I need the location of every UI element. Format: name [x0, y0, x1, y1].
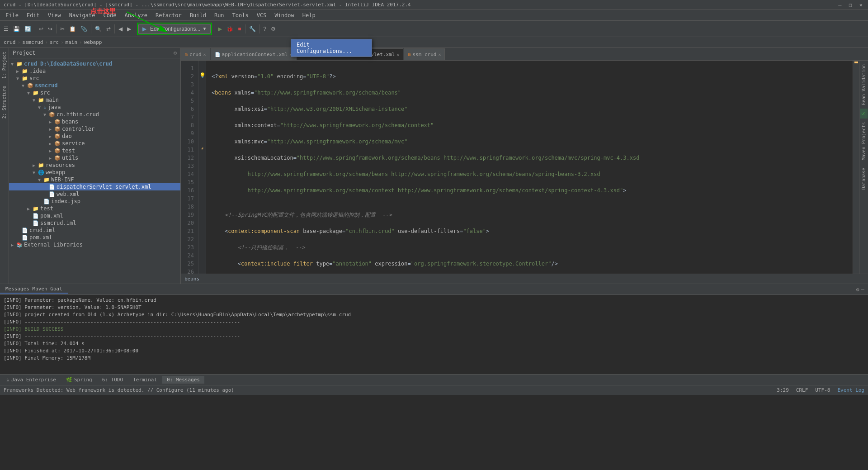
toolbar-sync-btn[interactable]: 🔄 [23, 25, 33, 33]
tree-item-src-root[interactable]: ▼ 📁 src [9, 75, 180, 82]
menu-edit[interactable]: Edit [23, 11, 43, 19]
toolbar-find-btn[interactable]: 🔍 [93, 25, 104, 33]
menu-vcs[interactable]: VCS [253, 11, 270, 19]
bottom-tool-tabs: ☕ Java Enterprise 🌿 Spring 6: TODO Termi… [0, 374, 868, 385]
tree-item-crud-iml[interactable]: ▶ 📄 crud.iml [9, 227, 180, 234]
breadcrumb-main[interactable]: main [66, 39, 78, 45]
toolbar-settings-btn[interactable]: ⚙ [269, 25, 278, 33]
code-line-10: <!--SpringMVC的配置文件，包含网站跳转逻辑的控制，配置 --> [212, 211, 847, 219]
menu-refactor[interactable]: Refactor [152, 11, 185, 19]
bottom-minimize-icon[interactable]: — [861, 286, 864, 293]
event-log[interactable]: Event Log [837, 387, 864, 393]
menu-navigate[interactable]: Navigate [66, 11, 99, 19]
breadcrumb-src[interactable]: src [50, 39, 59, 45]
java-enterprise-label: Java Enterprise [11, 377, 56, 383]
tree-item-resources[interactable]: ▶ 📁 resources [9, 161, 180, 169]
toolbar-undo-btn[interactable]: ↩ [37, 25, 45, 33]
toolbar-replace-btn[interactable]: ⇄ [104, 25, 113, 33]
side-tab-maven[interactable]: Maven Projects [860, 119, 868, 164]
breadcrumb-ssmcrud[interactable]: ssmcrud [22, 39, 43, 45]
menu-code[interactable]: Code [100, 11, 120, 19]
menu-analyze[interactable]: Analyze [121, 11, 151, 19]
tree-item-ssmcrud-iml[interactable]: ▶ 📄 ssmcrud.iml [9, 219, 180, 227]
line-num-26: 26 [183, 268, 197, 274]
menu-run[interactable]: Run [211, 11, 228, 19]
tree-item-main[interactable]: ▼ 📁 main [9, 96, 180, 104]
tree-item-crud-root[interactable]: ▼ 📁 crud D:\IdeaDataSource\crud [9, 60, 180, 67]
maximize-button[interactable]: ❐ [847, 2, 854, 8]
tree-label-idea: .idea [29, 68, 46, 74]
toolbar-vcs-btn[interactable]: 🔧 [247, 25, 258, 33]
toolbar-run-btn[interactable]: ▶ [216, 25, 224, 33]
menu-tools[interactable]: Tools [229, 11, 252, 19]
minimize-button[interactable]: — [836, 2, 843, 8]
tab-close-crud[interactable]: ✕ [203, 52, 206, 57]
tree-item-index-jsp[interactable]: ▶ 📄 index.jsp [9, 198, 180, 205]
toolbar-paste-btn[interactable]: 📎 [79, 25, 89, 33]
tree-item-test[interactable]: ▶ 📁 test [9, 205, 180, 212]
tab-ssm-crud[interactable]: m ssm-crud ✕ [404, 48, 445, 60]
tree-item-webinf[interactable]: ▼ 📁 WEB-INF [9, 176, 180, 183]
bottom-settings-icon[interactable]: ⚙ [856, 286, 859, 293]
side-tab-structure[interactable]: 2: Structure [0, 82, 8, 122]
code-content[interactable]: <?xml version="1.0" encoding="UTF-8"?> <… [206, 61, 853, 274]
tree-item-dispatcher-xml[interactable]: ▶ 📄 dispatcherServlet-servlet.xml [9, 183, 180, 190]
tree-item-service[interactable]: ▶ 📦 service [9, 140, 180, 147]
tree-item-external-libs[interactable]: ▶ 📚 External Libraries [9, 241, 180, 248]
side-tab-database[interactable]: Database [860, 164, 868, 193]
menu-file[interactable]: File [2, 11, 22, 19]
tool-tab-messages[interactable]: 0: Messages [162, 376, 204, 384]
side-tab-s[interactable]: S [860, 109, 868, 119]
toolbar-debug-btn[interactable]: 🐞 [225, 25, 235, 33]
toolbar-redo-btn[interactable]: ↪ [46, 25, 54, 33]
toolbar-menu-btn[interactable]: ☰ [2, 25, 10, 33]
toolbar-stop-btn[interactable]: ■ [236, 25, 243, 33]
breadcrumb-crud[interactable]: crud [4, 39, 16, 45]
line-num-8: 8 [183, 121, 197, 129]
toolbar-save-btn[interactable]: 💾 [11, 25, 22, 33]
toolbar-back-btn[interactable]: ◀ [117, 25, 124, 33]
breadcrumb-webapp[interactable]: webapp [84, 39, 102, 45]
gutter-icons: 💡 ⚡ [199, 61, 206, 274]
tree-item-dao[interactable]: ▶ 📦 dao [9, 133, 180, 140]
toolbar-help-btn[interactable]: ? [262, 25, 269, 33]
dropdown-item-edit-config[interactable]: Edit Configurations... [291, 39, 372, 57]
tree-item-ssmcrud[interactable]: ▼ 📦 ssmcrud [9, 82, 180, 89]
tab-close-ssm[interactable]: ✕ [438, 52, 441, 57]
tool-tab-java-enterprise[interactable]: ☕ Java Enterprise [2, 376, 61, 384]
menu-window[interactable]: Window [271, 11, 297, 19]
tree-item-beans[interactable]: ▶ 📦 beans [9, 118, 180, 125]
toolbar-forward-btn[interactable]: ▶ [125, 25, 133, 33]
tool-tab-terminal[interactable]: Terminal [128, 376, 161, 384]
tree-item-java[interactable]: ▼ ☕ java [9, 104, 180, 111]
bottom-tab-messages[interactable]: Messages Maven Goal [0, 285, 68, 294]
tree-item-utils[interactable]: ▶ 📦 utils [9, 154, 180, 161]
menu-view[interactable]: View [44, 11, 65, 19]
code-line-11: <context:component-scan base-package="cn… [212, 227, 847, 235]
toolbar-cut-btn[interactable]: ✂ [58, 25, 66, 33]
tool-tab-spring[interactable]: 🌿 Spring [61, 376, 97, 384]
tree-item-test-pkg[interactable]: ▶ 📦 test [9, 147, 180, 154]
tab-close-dispatcher[interactable]: ✕ [396, 52, 399, 57]
tab-appcontext[interactable]: 📄 applicationContext.xml ✕ [211, 48, 297, 60]
side-tab-project[interactable]: 1: Project [0, 48, 8, 82]
tree-item-src[interactable]: ▼ 📁 src [9, 89, 180, 96]
tree-label-src-root: src [29, 75, 39, 81]
tree-item-pom-ssmcrud[interactable]: ▶ 📄 pom.xml [9, 212, 180, 219]
project-settings-icon[interactable]: ⚙ [174, 50, 177, 56]
menu-help[interactable]: Help [299, 11, 319, 19]
tree-item-package[interactable]: ▼ 📦 cn.hfbin.crud [9, 111, 180, 118]
edit-configurations-button[interactable]: ▶ Edit Configurations... ▼ [138, 24, 211, 34]
tree-item-web-xml[interactable]: ▶ 📄 web.xml [9, 190, 180, 198]
edit-config-highlight: ▶ Edit Configurations... ▼ [137, 23, 212, 35]
tree-item-controller[interactable]: ▶ 📦 controller [9, 125, 180, 133]
side-tab-bean-validation[interactable]: Bean Validation [860, 61, 868, 109]
menu-build[interactable]: Build [186, 11, 210, 19]
toolbar-copy-btn[interactable]: 📋 [67, 25, 78, 33]
tree-item-idea[interactable]: ▶ 📁 .idea [9, 67, 180, 75]
close-button[interactable]: ✕ [858, 2, 864, 8]
tree-item-webapp[interactable]: ▼ 🌐 webapp [9, 169, 180, 176]
tab-crud[interactable]: m crud ✕ [181, 48, 210, 60]
tool-tab-todo[interactable]: 6: TODO [98, 376, 127, 384]
tree-item-pom-crud[interactable]: ▶ 📄 pom.xml [9, 234, 180, 241]
